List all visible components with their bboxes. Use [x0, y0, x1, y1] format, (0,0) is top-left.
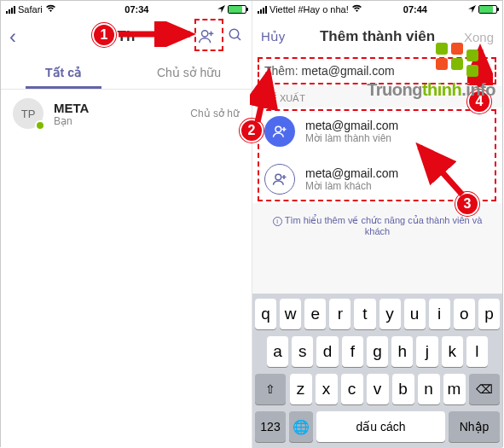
- suggestion-name: meta@gmail.com: [305, 119, 398, 132]
- key-o[interactable]: o: [454, 299, 475, 329]
- add-input-row[interactable]: Thêm: meta@gmail.com: [252, 55, 502, 86]
- key-z[interactable]: z: [290, 374, 312, 404]
- key-b[interactable]: b: [392, 374, 414, 404]
- member-row[interactable]: TP META Bạn Chủ sở hữ: [1, 90, 252, 137]
- member-name: META: [54, 101, 180, 115]
- key-l[interactable]: l: [466, 336, 488, 367]
- key-i[interactable]: i: [429, 299, 450, 329]
- suggestion-guest[interactable]: meta@gmail.com Mời làm khách: [252, 155, 502, 203]
- presence-icon: [35, 120, 45, 131]
- section-suggestions: ĐỀ XUẤT: [252, 86, 502, 108]
- add-person-icon[interactable]: [197, 27, 216, 46]
- svg-point-0: [202, 31, 208, 37]
- nav-header: ‹ Th: [1, 18, 252, 55]
- key-s[interactable]: s: [292, 336, 313, 367]
- space-key[interactable]: dấu cách: [316, 411, 445, 442]
- key-h[interactable]: h: [391, 336, 413, 367]
- shift-key[interactable]: ⇧: [255, 374, 286, 404]
- phone-left: Safari 07:34 ‹ Th: [1, 1, 252, 448]
- add-label: Thêm:: [264, 64, 298, 78]
- key-r[interactable]: r: [329, 299, 350, 329]
- status-bar: Viettel #Hay o nha! 07:44: [252, 1, 502, 18]
- key-f[interactable]: f: [342, 336, 363, 367]
- clock: 07:34: [125, 4, 148, 15]
- location-icon: [468, 4, 476, 15]
- key-v[interactable]: v: [367, 374, 389, 404]
- svg-line-4: [237, 37, 240, 40]
- add-guest-icon: [264, 164, 295, 195]
- location-icon: [217, 4, 225, 15]
- key-q[interactable]: q: [255, 299, 276, 329]
- tab-all[interactable]: Tất cả: [1, 55, 126, 89]
- key-j[interactable]: j: [416, 336, 437, 367]
- wifi-icon: [45, 4, 56, 15]
- key-e[interactable]: e: [304, 299, 326, 329]
- avatar: TP: [13, 98, 43, 129]
- svg-point-3: [229, 29, 239, 38]
- signal-icon: [258, 6, 267, 14]
- add-value: meta@gmail.com: [302, 64, 395, 78]
- enter-key[interactable]: Nhập: [449, 411, 500, 442]
- signal-icon: [6, 6, 15, 14]
- member-role: Chủ sở hữ: [190, 108, 240, 119]
- svg-point-5: [275, 126, 281, 132]
- key-p[interactable]: p: [478, 299, 500, 329]
- key-m[interactable]: m: [443, 374, 466, 404]
- key-y[interactable]: y: [379, 299, 401, 329]
- done-button[interactable]: Xong: [464, 30, 494, 44]
- nav-header: Hủy Thêm thành viên Xong: [252, 18, 502, 55]
- clock: 07:44: [403, 4, 427, 15]
- tab-owners[interactable]: Chủ sở hữu: [126, 55, 252, 89]
- key-n[interactable]: n: [418, 374, 440, 404]
- key-g[interactable]: g: [367, 336, 388, 367]
- info-icon: i: [273, 217, 282, 226]
- search-icon[interactable]: [228, 27, 243, 47]
- keyboard: qwertyuiop asdfghjkl ⇧ zxcvbnm ⌫ 123 🌐 d…: [252, 294, 502, 448]
- carrier-label: Viettel #Hay o nha!: [269, 4, 349, 15]
- suggestion-name: meta@gmail.com: [305, 166, 398, 180]
- suggestion-member[interactable]: meta@gmail.com Mời làm thành viên: [252, 108, 502, 155]
- tabs: Tất cả Chủ sở hữu: [1, 55, 252, 90]
- key-c[interactable]: c: [341, 374, 363, 404]
- phone-right: Viettel #Hay o nha! 07:44 Hủy Thêm thành…: [252, 1, 502, 448]
- battery-icon: [228, 5, 246, 14]
- suggestion-sub: Mời làm khách: [305, 180, 398, 192]
- key-k[interactable]: k: [442, 336, 463, 367]
- learn-more-link[interactable]: iTìm hiểu thêm về chức năng của thành vi…: [252, 203, 502, 248]
- globe-key[interactable]: 🌐: [289, 411, 313, 442]
- key-t[interactable]: t: [354, 299, 375, 329]
- status-bar: Safari 07:34: [1, 1, 252, 18]
- key-u[interactable]: u: [404, 299, 426, 329]
- numbers-key[interactable]: 123: [255, 411, 286, 442]
- key-w[interactable]: w: [280, 299, 301, 329]
- key-d[interactable]: d: [316, 336, 338, 367]
- key-a[interactable]: a: [267, 336, 288, 367]
- svg-point-8: [275, 174, 281, 180]
- member-sub: Bạn: [54, 115, 180, 127]
- key-x[interactable]: x: [316, 374, 338, 404]
- carrier-label: Safari: [18, 4, 43, 15]
- wifi-icon: [351, 4, 362, 15]
- backspace-key[interactable]: ⌫: [469, 374, 500, 404]
- battery-icon: [478, 5, 497, 14]
- cancel-button[interactable]: Hủy: [261, 29, 285, 44]
- suggestion-sub: Mời làm thành viên: [305, 132, 398, 144]
- back-icon[interactable]: ‹: [9, 25, 16, 49]
- add-member-icon: [264, 116, 295, 147]
